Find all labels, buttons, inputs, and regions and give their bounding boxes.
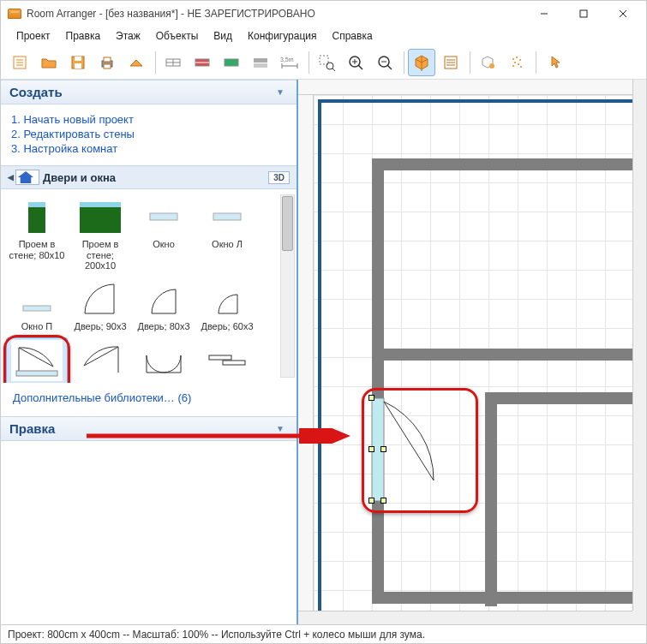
floor-canvas[interactable] bbox=[314, 95, 646, 624]
maximize-button[interactable] bbox=[564, 2, 603, 26]
item-window-p[interactable]: Окно П bbox=[6, 277, 68, 334]
menu-floor[interactable]: Этаж bbox=[109, 29, 147, 43]
svg-rect-22 bbox=[254, 63, 267, 68]
item-wall-opening-80[interactable]: Проем в стене; 80x10 bbox=[6, 194, 68, 273]
item-door-80[interactable]: Дверь; 80x3 bbox=[133, 277, 195, 334]
more-libraries-link[interactable]: Дополнительные библиотеки… (6) bbox=[1, 383, 297, 416]
close-button[interactable] bbox=[603, 2, 643, 26]
panel-edit-title: Правка bbox=[9, 421, 55, 436]
menu-objects[interactable]: Объекты bbox=[149, 29, 206, 43]
scroll-thumb[interactable] bbox=[282, 196, 293, 251]
menu-config[interactable]: Конфигурация bbox=[241, 29, 324, 43]
item-double-door[interactable]: Двойная дверь bbox=[133, 337, 195, 383]
library-scrollbar[interactable] bbox=[280, 194, 295, 378]
svg-rect-11 bbox=[75, 63, 81, 69]
svg-rect-13 bbox=[104, 57, 111, 62]
placed-door[interactable] bbox=[368, 395, 471, 506]
scrollbar-corner bbox=[632, 611, 646, 624]
home-icon[interactable] bbox=[15, 170, 39, 185]
resize-handle[interactable] bbox=[380, 498, 386, 504]
panel-edit-header[interactable]: Правка ▼ bbox=[1, 416, 297, 441]
minimize-button[interactable] bbox=[524, 2, 564, 26]
sidebar: Создать ▼ 1. Начать новый проект 2. Реда… bbox=[1, 80, 298, 624]
app-icon bbox=[8, 9, 21, 19]
resize-handle[interactable] bbox=[368, 498, 374, 504]
tool-spray[interactable] bbox=[503, 49, 530, 76]
create-step-2[interactable]: 2. Редактировать стены bbox=[11, 128, 286, 140]
tool-3d-view[interactable] bbox=[408, 49, 435, 76]
window-controls bbox=[524, 2, 643, 26]
tool-zoom-region[interactable] bbox=[313, 49, 340, 76]
menu-edit[interactable]: Правка bbox=[59, 29, 108, 43]
tool-new[interactable] bbox=[6, 49, 33, 76]
wall[interactable] bbox=[372, 592, 646, 604]
collapse-icon: ▼ bbox=[276, 87, 285, 97]
app-window: Room Arranger - [без названия*] - НЕ ЗАР… bbox=[0, 0, 647, 644]
wall[interactable] bbox=[372, 158, 646, 170]
panel-doors-title: Двери и окна bbox=[43, 171, 116, 184]
tool-zoom-out[interactable] bbox=[371, 49, 398, 76]
menu-view[interactable]: Вид bbox=[207, 29, 239, 43]
tool-print[interactable] bbox=[93, 49, 121, 76]
panel-create-header[interactable]: Создать ▼ bbox=[1, 80, 297, 104]
svg-rect-56 bbox=[16, 371, 57, 376]
status-text: Проект: 800cm x 400cm -- Масштаб: 100% -… bbox=[8, 629, 425, 641]
item-door-60[interactable]: Дверь; 60x3 bbox=[196, 277, 258, 334]
statusbar: Проект: 800cm x 400cm -- Масштаб: 100% -… bbox=[1, 624, 646, 643]
tool-walls4[interactable] bbox=[247, 49, 274, 76]
item-door-90[interactable]: Дверь; 90x3 bbox=[69, 277, 131, 334]
tool-open[interactable] bbox=[35, 49, 63, 76]
svg-line-62 bbox=[384, 402, 434, 480]
item-window-l[interactable]: Окно Л bbox=[196, 194, 258, 273]
tool-save[interactable] bbox=[64, 49, 92, 76]
tool-list[interactable] bbox=[437, 49, 464, 76]
wall[interactable] bbox=[485, 392, 646, 404]
svg-line-2 bbox=[620, 10, 626, 17]
tool-cube[interactable] bbox=[474, 49, 501, 76]
resize-handle[interactable] bbox=[380, 446, 386, 452]
tool-measure[interactable]: 3,5m bbox=[276, 49, 303, 76]
tool-zoom-in[interactable] bbox=[342, 49, 369, 76]
svg-line-33 bbox=[358, 65, 362, 69]
wall[interactable] bbox=[372, 349, 646, 361]
scrollbar-horizontal[interactable] bbox=[298, 611, 632, 624]
wall[interactable] bbox=[372, 158, 384, 604]
tool-walls1[interactable] bbox=[159, 49, 187, 76]
titlebar: Room Arranger - [без названия*] - НЕ ЗАР… bbox=[1, 1, 646, 27]
menubar: Проект Правка Этаж Объекты Вид Конфигура… bbox=[1, 27, 646, 45]
create-step-3[interactable]: 3. Настройка комнат bbox=[11, 142, 286, 155]
ruler-horizontal bbox=[298, 80, 646, 95]
tool-export[interactable] bbox=[123, 49, 150, 76]
svg-point-48 bbox=[520, 66, 522, 68]
scrollbar-vertical[interactable] bbox=[632, 80, 646, 611]
wall[interactable] bbox=[485, 392, 497, 606]
resize-handle[interactable] bbox=[368, 395, 374, 401]
svg-rect-49 bbox=[28, 202, 45, 207]
tool-pointer[interactable] bbox=[540, 49, 567, 76]
panel-create-body: 1. Начать новый проект 2. Редактировать … bbox=[1, 104, 297, 165]
toolbar-sep bbox=[536, 51, 536, 74]
svg-line-3 bbox=[620, 10, 626, 17]
tool-walls3[interactable] bbox=[218, 49, 245, 76]
item-door-2p[interactable]: Дверь 2П bbox=[69, 337, 131, 383]
create-step-1[interactable]: 1. Начать новый проект bbox=[11, 113, 286, 126]
menu-project[interactable]: Проект bbox=[9, 29, 57, 43]
tool-walls2[interactable] bbox=[189, 49, 216, 76]
svg-point-28 bbox=[326, 63, 333, 69]
panel-doors-header[interactable]: ◀ Двери и окна 3D bbox=[1, 165, 297, 189]
resize-handle[interactable] bbox=[368, 446, 374, 452]
toolbar-sep bbox=[309, 51, 309, 74]
svg-rect-1 bbox=[580, 10, 587, 17]
svg-point-46 bbox=[518, 63, 519, 65]
item-wall-opening-200[interactable]: Проем в стене; 200x10 bbox=[69, 194, 131, 273]
menu-help[interactable]: Справка bbox=[326, 29, 380, 43]
item-sliding-door[interactable]: Скользящая дверь 1 bbox=[196, 337, 258, 383]
item-window[interactable]: Окно bbox=[133, 194, 195, 273]
panel-create-title: Создать bbox=[9, 85, 63, 99]
item-door-2l[interactable]: Дверь 2Л bbox=[6, 337, 68, 383]
svg-point-45 bbox=[514, 62, 516, 63]
back-icon[interactable]: ◀ bbox=[8, 173, 14, 182]
3d-toggle-button[interactable]: 3D bbox=[268, 171, 290, 184]
canvas-area bbox=[298, 80, 646, 624]
svg-line-36 bbox=[387, 65, 392, 69]
